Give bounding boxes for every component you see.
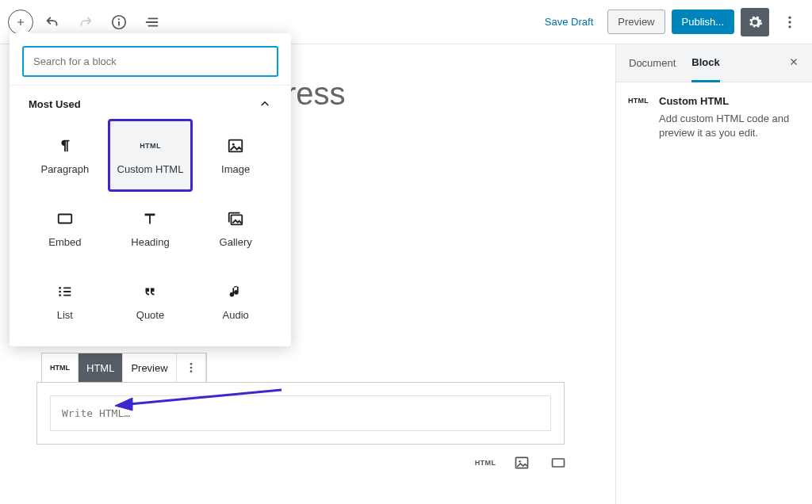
embed-icon	[56, 209, 75, 228]
list-icon	[56, 282, 75, 301]
block-gallery[interactable]: Gallery	[193, 192, 278, 265]
block-custom-html[interactable]: HTML Custom HTML	[108, 119, 193, 192]
block-inserter-popover: Most Used Paragraph HTML Custom HTML Ima…	[10, 33, 291, 346]
more-menu-button[interactable]	[776, 8, 804, 36]
block-label: List	[57, 309, 73, 321]
block-label: Paragraph	[40, 163, 89, 175]
svg-point-2	[788, 16, 791, 18]
outline-button[interactable]	[138, 8, 167, 36]
chevron-up-icon	[258, 97, 272, 111]
html-icon: HTML	[140, 136, 159, 155]
block-label: Embed	[48, 236, 81, 248]
block-search-input[interactable]	[22, 46, 278, 77]
tab-document[interactable]: Document	[629, 44, 676, 82]
svg-point-5	[190, 363, 192, 365]
html-icon[interactable]: HTML	[474, 452, 496, 474]
settings-button[interactable]	[741, 8, 769, 36]
sidebar-close-button[interactable]	[788, 55, 799, 71]
close-icon	[788, 56, 799, 67]
toolbar-right: Save Draft Preview Publish...	[537, 8, 804, 36]
block-info-panel: HTML Custom HTML Add custom HTML code an…	[616, 82, 812, 153]
svg-rect-15	[59, 214, 72, 223]
block-quote[interactable]: Quote	[108, 265, 193, 338]
block-quick-insert-row: HTML	[474, 452, 569, 474]
quote-icon	[140, 282, 159, 301]
block-title: Custom HTML	[659, 95, 799, 107]
popover-caret	[17, 27, 30, 33]
svg-point-14	[232, 143, 235, 145]
html-tab[interactable]: HTML	[79, 353, 123, 382]
section-most-used-header[interactable]: Most Used	[22, 86, 278, 119]
publish-button[interactable]: Publish...	[672, 10, 734, 34]
block-label: Image	[221, 163, 250, 175]
settings-sidebar: Document Block HTML Custom HTML Add cust…	[615, 44, 812, 504]
svg-point-1	[118, 18, 120, 20]
block-label: Quote	[136, 309, 164, 321]
more-vertical-icon	[782, 14, 798, 30]
block-audio[interactable]: Audio	[193, 265, 278, 338]
svg-point-4	[788, 25, 791, 28]
undo-icon	[44, 13, 61, 31]
block-embed[interactable]: Embed	[22, 192, 108, 265]
post-title-fragment: ress	[285, 76, 568, 112]
block-heading[interactable]: Heading	[108, 192, 193, 265]
image-icon[interactable]	[511, 452, 533, 474]
tab-block[interactable]: Block	[691, 44, 719, 82]
toolbar-left	[8, 8, 167, 36]
html-code-input[interactable]	[50, 395, 551, 431]
preview-button[interactable]: Preview	[607, 10, 665, 34]
block-label: Audio	[223, 309, 249, 321]
svg-point-18	[59, 290, 61, 292]
embed-icon[interactable]	[547, 452, 569, 474]
more-vertical-icon	[185, 361, 197, 374]
block-list[interactable]: List	[22, 265, 108, 338]
block-type-indicator[interactable]: HTML	[42, 353, 79, 382]
svg-rect-12	[553, 459, 565, 467]
audio-icon	[226, 282, 245, 301]
image-icon	[226, 136, 245, 155]
block-label: Heading	[131, 236, 169, 248]
gear-icon	[747, 14, 763, 30]
block-paragraph[interactable]: Paragraph	[22, 119, 108, 192]
info-button[interactable]	[105, 8, 133, 36]
block-body	[36, 382, 565, 445]
html-icon: HTML	[629, 95, 648, 140]
html-icon: HTML	[50, 364, 70, 372]
heading-icon	[140, 209, 159, 228]
redo-button[interactable]	[71, 8, 100, 36]
block-label: Gallery	[220, 236, 252, 248]
block-more-button[interactable]	[177, 353, 206, 382]
block-image[interactable]: Image	[193, 119, 278, 192]
outline-icon	[144, 13, 161, 31]
svg-point-3	[788, 21, 791, 23]
block-description: Add custom HTML code and preview it as y…	[659, 112, 799, 140]
custom-html-block: HTML HTML Preview	[36, 353, 565, 445]
plus-icon	[15, 17, 26, 28]
block-toolbar: HTML HTML Preview	[41, 353, 207, 383]
block-label: Custom HTML	[117, 163, 184, 175]
info-icon	[110, 13, 128, 31]
undo-button[interactable]	[38, 8, 67, 36]
preview-tab[interactable]: Preview	[123, 353, 176, 382]
svg-point-19	[59, 294, 61, 296]
svg-point-7	[190, 370, 192, 372]
svg-point-6	[190, 367, 192, 369]
svg-point-17	[59, 287, 61, 289]
inserter-scroll-area[interactable]: Most Used Paragraph HTML Custom HTML Ima…	[10, 85, 291, 346]
sidebar-tabs: Document Block	[616, 44, 812, 82]
gallery-icon	[226, 209, 245, 228]
section-label: Most Used	[29, 98, 81, 110]
redo-icon	[77, 13, 94, 31]
svg-point-11	[519, 460, 521, 463]
blocks-grid: Paragraph HTML Custom HTML Image Embed H…	[22, 119, 278, 338]
paragraph-icon	[56, 136, 75, 155]
save-draft-button[interactable]: Save Draft	[537, 10, 601, 34]
